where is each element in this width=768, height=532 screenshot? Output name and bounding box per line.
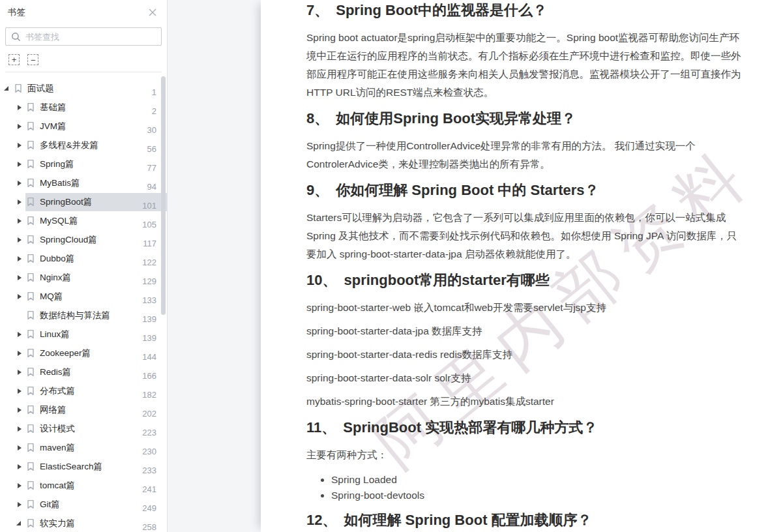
bookmark-tree-item[interactable]: SpringBoot篇101	[0, 192, 167, 211]
bookmark-row-body[interactable]: Nginx篇129	[25, 269, 167, 287]
toggle-collapsed-icon[interactable]	[16, 256, 25, 261]
bookmark-tree-item[interactable]: maven篇230	[0, 438, 167, 457]
bookmark-icon	[27, 159, 35, 169]
bookmark-row-body[interactable]: 网络篇202	[25, 401, 167, 419]
bookmark-row-body[interactable]: 数据结构与算法篇139	[25, 306, 167, 325]
heading-title: 你如何理解 Spring Boot 中的 Starters？	[336, 182, 598, 198]
section-heading: 7、Spring Boot中的监视器是什么？	[306, 1, 742, 19]
heading-number: 8、	[306, 110, 329, 126]
toggle-collapsed-icon[interactable]	[16, 370, 25, 375]
bookmark-tree-item[interactable]: Zookeeper篇144	[0, 344, 167, 362]
bookmark-row-body[interactable]: tomcat篇241	[25, 477, 167, 495]
bookmark-icon	[27, 367, 35, 377]
toggle-collapsed-icon[interactable]	[16, 237, 25, 243]
bookmark-page-number: 122	[142, 258, 156, 267]
sidebar-scrollbar-thumb[interactable]	[161, 76, 166, 315]
bookmark-tree-item[interactable]: 面试题1	[0, 79, 167, 98]
toggle-expanded-icon[interactable]	[4, 86, 13, 91]
toggle-collapsed-icon[interactable]	[16, 389, 25, 394]
bookmark-row-body[interactable]: MQ篇133	[25, 288, 167, 306]
bookmark-row-body[interactable]: Redis篇166	[25, 363, 167, 381]
toggle-collapsed-icon[interactable]	[16, 143, 25, 148]
toggle-collapsed-icon[interactable]	[16, 105, 25, 110]
toggle-collapsed-icon[interactable]	[16, 426, 25, 432]
bookmark-tree-item[interactable]: tomcat篇241	[0, 476, 167, 495]
toggle-collapsed-icon[interactable]	[16, 124, 25, 129]
bookmark-tree-item[interactable]: Spring篇77	[0, 155, 167, 173]
paragraph: spring-boot-starter-data-redis redis数据库支…	[306, 346, 742, 364]
bookmark-row-body[interactable]: JVM篇30	[25, 117, 167, 136]
bookmark-page-number: 139	[142, 333, 156, 343]
bookmark-page-number: 223	[142, 428, 156, 437]
toggle-collapsed-icon[interactable]	[16, 483, 25, 488]
bookmark-row-body[interactable]: MySQL篇105	[25, 212, 167, 230]
toggle-collapsed-icon[interactable]	[16, 502, 25, 507]
bookmark-page-number: 241	[142, 484, 156, 494]
toggle-expanded-icon[interactable]	[16, 521, 25, 525]
toggle-collapsed-icon[interactable]	[16, 332, 25, 337]
bookmark-icon	[27, 405, 35, 415]
toggle-collapsed-icon[interactable]	[16, 218, 25, 224]
bookmark-tree-item[interactable]: 数据结构与算法篇139	[0, 306, 167, 325]
bookmark-label: Redis篇	[40, 366, 142, 378]
bookmark-tree-item[interactable]: 软实力篇258	[0, 514, 167, 532]
bookmark-tree-item[interactable]: SpringCloud篇117	[0, 230, 167, 249]
bookmark-tree-item[interactable]: MySQL篇105	[0, 211, 167, 230]
bookmark-row-body[interactable]: 设计模式223	[25, 420, 167, 438]
toggle-collapsed-icon[interactable]	[16, 181, 25, 186]
bookmark-tree-item[interactable]: 网络篇202	[0, 400, 167, 419]
toggle-collapsed-icon[interactable]	[16, 162, 25, 167]
bookmark-row-body[interactable]: ElasticSearch篇233	[25, 458, 167, 476]
bookmark-tree-item[interactable]: Linux篇139	[0, 325, 167, 344]
bookmark-row-body[interactable]: Dubbo篇122	[25, 250, 167, 268]
bookmark-row-body[interactable]: Git篇249	[25, 495, 167, 514]
bookmark-row-body[interactable]: Zookeeper篇144	[25, 344, 167, 362]
bookmark-tree-item[interactable]: 基础篇2	[0, 98, 167, 117]
bookmark-row-body[interactable]: 分布式篇182	[25, 382, 167, 400]
bookmark-tree-item[interactable]: ElasticSearch篇233	[0, 457, 167, 476]
toggle-collapsed-icon[interactable]	[16, 445, 25, 451]
bookmark-label: SpringBoot篇	[40, 196, 142, 208]
bookmark-icon	[27, 386, 35, 396]
bookmark-label: Nginx篇	[40, 272, 142, 284]
bookmark-row-body[interactable]: Spring篇77	[25, 155, 167, 173]
bookmark-search-input[interactable]	[25, 32, 156, 42]
bookmark-tree-item[interactable]: 设计模式223	[0, 419, 167, 438]
toggle-collapsed-icon[interactable]	[16, 294, 25, 299]
bookmark-tree-item[interactable]: 分布式篇182	[0, 381, 167, 400]
bookmark-tree-item[interactable]: Redis篇166	[0, 362, 167, 381]
bookmark-row-body[interactable]: Linux篇139	[25, 325, 167, 344]
bookmark-row-body[interactable]: 面试题1	[13, 80, 167, 98]
bookmark-row-body[interactable]: maven篇230	[25, 439, 167, 457]
close-sidebar-icon[interactable]	[147, 7, 158, 18]
section-heading: 9、你如何理解 Spring Boot 中的 Starters？	[306, 181, 742, 199]
bookmark-tree-item[interactable]: Nginx篇129	[0, 268, 167, 287]
toggle-collapsed-icon[interactable]	[16, 200, 25, 205]
bookmark-tree-item[interactable]: Git篇249	[0, 495, 167, 514]
bookmark-row-body[interactable]: SpringBoot篇101	[25, 193, 167, 211]
bookmark-row-body[interactable]: 基础篇2	[25, 98, 167, 117]
bookmark-tree-item[interactable]: Dubbo篇122	[0, 249, 167, 268]
bookmark-icon	[27, 254, 35, 263]
toggle-collapsed-icon[interactable]	[16, 407, 25, 413]
heading-title: 如何使用Spring Boot实现异常处理？	[336, 110, 576, 126]
toggle-collapsed-icon[interactable]	[16, 275, 25, 280]
bookmark-tree-item[interactable]: 多线程&并发篇56	[0, 136, 167, 155]
bookmark-row-body[interactable]: 软实力篇258	[25, 514, 167, 532]
paragraph: Spring提供了一种使用ControllerAdvice处理异常的非常有用的方…	[306, 137, 742, 173]
bookmark-search-box[interactable]	[5, 27, 162, 46]
bookmark-row-body[interactable]: 多线程&并发篇56	[25, 136, 167, 155]
paragraph: Spring boot actuator是spring启动框架中的重要功能之一。…	[306, 29, 742, 102]
bookmark-row-body[interactable]: MyBatis篇94	[25, 174, 167, 192]
bookmark-icon	[27, 102, 35, 112]
bookmark-row-body[interactable]: SpringCloud篇117	[25, 231, 167, 249]
toggle-collapsed-icon[interactable]	[16, 351, 25, 356]
bookmark-tree-item[interactable]: JVM篇30	[0, 117, 167, 136]
section-heading: 12、如何理解 Spring Boot 配置加载顺序？	[306, 511, 742, 529]
collapse-all-button[interactable]: −	[27, 54, 38, 65]
bookmark-tree-item[interactable]: MyBatis篇94	[0, 173, 167, 192]
expand-all-button[interactable]: +	[8, 54, 20, 65]
bookmark-tree-item[interactable]: MQ篇133	[0, 287, 167, 306]
bookmark-page-number: 166	[142, 371, 156, 381]
toggle-collapsed-icon[interactable]	[16, 464, 25, 469]
